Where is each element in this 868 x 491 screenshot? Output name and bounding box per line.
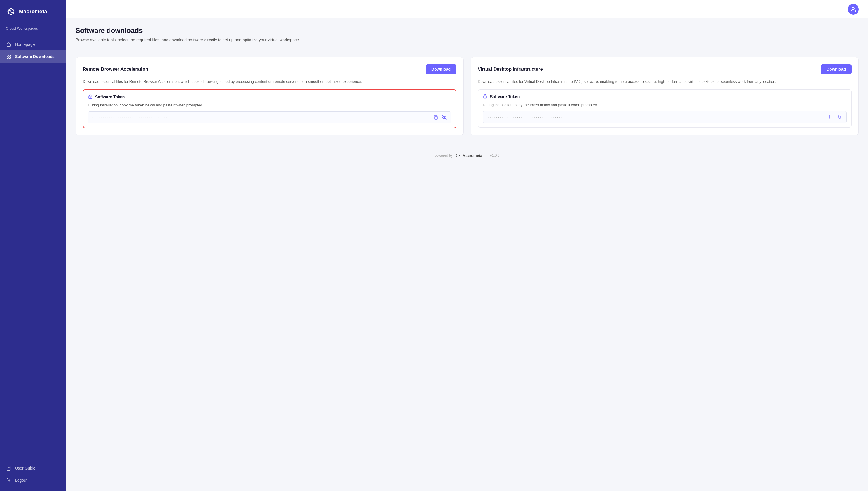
token-title-rba: Software Token: [95, 95, 125, 99]
svg-point-16: [458, 154, 458, 154]
footer-powered-text: powered by: [435, 153, 453, 157]
token-input-vdi: ········································: [483, 111, 847, 123]
lock-icon-rba: [88, 94, 93, 100]
token-header-rba: Software Token: [88, 94, 451, 100]
footer: powered by Macrometa | v1.0.0: [75, 135, 859, 164]
token-actions-vdi: [828, 114, 843, 120]
sidebar-item-label-logout: Logout: [15, 478, 27, 483]
download-rba-button[interactable]: Download: [426, 64, 457, 74]
footer-logo-icon: [455, 153, 461, 158]
avatar[interactable]: [848, 4, 859, 15]
software-downloads-icon: [6, 54, 11, 59]
token-section-rba: Software Token During installation, copy…: [83, 89, 457, 128]
token-input-rba: ········································: [88, 111, 451, 123]
svg-point-10: [90, 97, 91, 97]
card-rba-title: Remote Browser Acceleration: [83, 67, 148, 72]
page-header: Software downloads Browse available tool…: [75, 27, 859, 43]
homepage-icon: [6, 41, 11, 47]
svg-point-2: [10, 14, 12, 15]
logo-icon: [6, 6, 16, 17]
token-section-vdi: Software Token During installation, copy…: [478, 89, 851, 128]
lock-icon-vdi: [483, 94, 488, 100]
sidebar-item-software-downloads[interactable]: Software Downloads: [0, 51, 66, 63]
logout-icon: [6, 478, 11, 483]
sidebar-nav: Homepage Software Downloads: [0, 36, 66, 460]
sidebar-item-user-guide[interactable]: User Guide: [0, 462, 66, 474]
card-rba: Remote Browser Acceleration Download Dow…: [75, 57, 464, 135]
sidebar: Macrometa Cloud Workspaces Homepage Soft…: [0, 0, 66, 491]
svg-rect-5: [7, 57, 8, 58]
svg-rect-6: [9, 57, 10, 58]
topbar: [66, 0, 868, 19]
token-desc-rba: During installation, copy the token belo…: [88, 103, 451, 108]
svg-point-8: [852, 7, 855, 9]
sidebar-item-homepage[interactable]: Homepage: [0, 38, 66, 51]
svg-point-17: [458, 157, 458, 157]
footer-version: v1.0.0: [490, 153, 500, 157]
svg-point-1: [10, 8, 12, 9]
copy-icon-vdi: [829, 115, 834, 120]
footer-logo-text: Macrometa: [463, 153, 483, 158]
sidebar-item-label-homepage: Homepage: [15, 42, 35, 47]
hide-icon-vdi: [837, 115, 842, 120]
token-title-vdi: Software Token: [490, 94, 520, 99]
copy-icon: [433, 115, 438, 120]
card-vdi-header: Virtual Desktop Infrastructure Download: [478, 64, 851, 74]
card-rba-header: Remote Browser Acceleration Download: [83, 64, 457, 74]
svg-rect-3: [7, 55, 8, 56]
token-actions-rba: [433, 114, 447, 121]
token-desc-vdi: During installation, copy the token belo…: [483, 102, 847, 108]
avatar-icon: [850, 6, 857, 12]
user-guide-icon: [6, 465, 11, 471]
hide-token-rba-button[interactable]: [441, 114, 447, 121]
svg-rect-14: [830, 116, 833, 119]
copy-token-vdi-button[interactable]: [828, 114, 834, 120]
svg-point-13: [485, 97, 486, 97]
workspace-label: Cloud Workspaces: [0, 22, 66, 33]
divider: [75, 50, 859, 50]
page-subtitle: Browse available tools, select the requi…: [75, 37, 859, 43]
sidebar-item-label-user-guide: User Guide: [15, 466, 35, 470]
page-content: Software downloads Browse available tool…: [66, 19, 868, 491]
svg-rect-4: [9, 55, 10, 56]
sidebar-bottom: User Guide Logout: [0, 460, 66, 491]
card-vdi-desc: Download essential files for Virtual Des…: [478, 79, 851, 85]
main-content: Software downloads Browse available tool…: [66, 0, 868, 491]
footer-logo: Macrometa: [455, 153, 483, 158]
cards-grid: Remote Browser Acceleration Download Dow…: [75, 57, 859, 135]
sidebar-item-label-software-downloads: Software Downloads: [15, 54, 55, 59]
copy-token-rba-button[interactable]: [433, 114, 439, 121]
page-title: Software downloads: [75, 27, 859, 35]
hide-icon: [442, 115, 447, 120]
token-header-vdi: Software Token: [483, 94, 847, 100]
card-vdi-title: Virtual Desktop Infrastructure: [478, 67, 543, 72]
card-rba-desc: Download essential files for Remote Brow…: [83, 79, 457, 85]
sidebar-item-logout[interactable]: Logout: [0, 474, 66, 486]
hide-token-vdi-button[interactable]: [837, 114, 843, 120]
token-dots-rba: ········································: [92, 115, 433, 120]
sidebar-logo: Macrometa: [0, 0, 66, 22]
token-dots-vdi: ········································: [487, 115, 828, 119]
card-vdi: Virtual Desktop Infrastructure Download …: [471, 57, 859, 135]
svg-rect-11: [435, 116, 437, 119]
download-vdi-button[interactable]: Download: [821, 64, 851, 74]
sidebar-divider: [0, 35, 66, 35]
logo-text: Macrometa: [19, 9, 47, 15]
